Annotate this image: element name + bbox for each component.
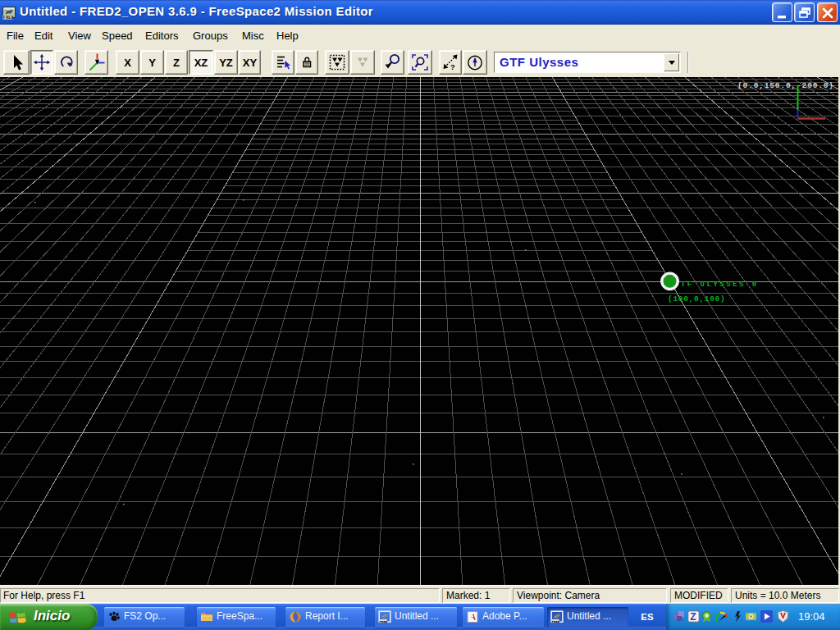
svg-text:FRED: FRED xyxy=(552,620,560,623)
svg-text:Z: Z xyxy=(690,611,696,623)
svg-text:?: ? xyxy=(450,63,455,71)
svg-text:(100,0,100): (100,0,100) xyxy=(668,294,725,304)
svg-text:FRED: FRED xyxy=(380,620,388,623)
svg-text:(0.0,150.0,-200.0): (0.0,150.0,-200.0) xyxy=(737,81,834,90)
svg-text:FRED: FRED xyxy=(3,16,14,20)
svg-text:GTF ULYSSES 0: GTF ULYSSES 0 xyxy=(674,281,759,289)
